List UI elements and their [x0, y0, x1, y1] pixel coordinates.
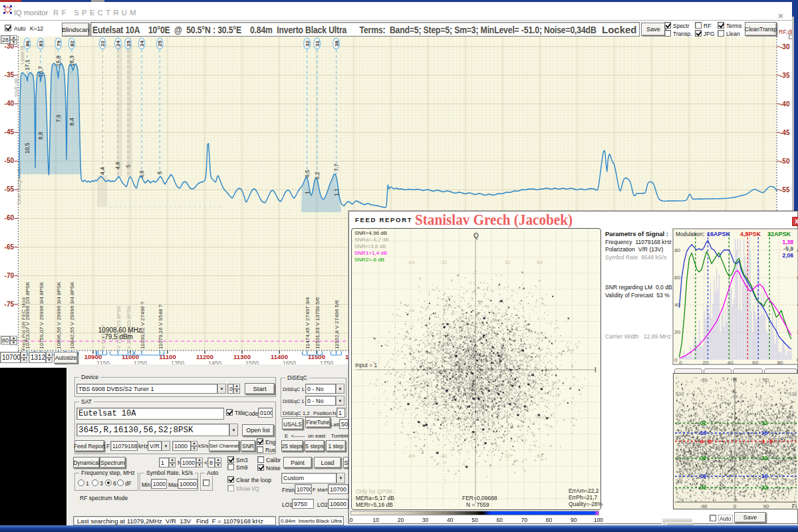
showiq-checkbox[interactable]: [227, 485, 234, 491]
feedreport-button[interactable]: Feed Report: [74, 440, 104, 452]
eng-checkbox[interactable]: [257, 438, 263, 445]
spectrum-button[interactable]: Spectrum: [100, 457, 126, 468]
polarization-combo-value[interactable]: V/R: [148, 441, 162, 451]
freqstep-radio-3[interactable]: [92, 479, 98, 486]
spin-up-icon[interactable]: ▲: [46, 352, 53, 358]
spin-down-icon[interactable]: ▼: [46, 358, 53, 364]
n1-field[interactable]: 1: [159, 458, 169, 467]
taskbar[interactable]: [0, 525, 798, 532]
n1-spinner[interactable]: ▲▼: [169, 458, 176, 467]
fstart-field[interactable]: 10700: [328, 484, 348, 494]
lo2-field[interactable]: 10600: [328, 499, 348, 509]
noise-save-button[interactable]: Save: [734, 512, 766, 523]
bottom-scale-spinner[interactable]: ▲▼: [10, 336, 17, 344]
marker-quality[interactable]: 32: [305, 41, 311, 47]
device-combo-value[interactable]: TBS 6908 DVBS/S2 Tuner 1: [76, 384, 217, 394]
diseqc11-combo-value[interactable]: 0 - No: [305, 396, 336, 406]
freqstep-radio-dF[interactable]: [117, 479, 124, 486]
device-index-spinner[interactable]: ▲▼: [233, 384, 240, 394]
position-field[interactable]: 1: [336, 408, 345, 418]
n2-spinner[interactable]: ▲▼: [196, 458, 203, 467]
noise-checkbox[interactable]: [257, 464, 264, 471]
title-checkbox[interactable]: [226, 409, 233, 416]
feed-report-window[interactable]: FEED REPORT Stanislav Grech (Jacobek) x …: [348, 211, 798, 524]
frequency-field[interactable]: 11079168: [110, 441, 138, 451]
paint-button[interactable]: Paint: [283, 457, 312, 468]
spin-down-icon[interactable]: ▼: [10, 40, 17, 45]
spin-up-icon[interactable]: ▲: [10, 35, 17, 40]
top-scale-spinner[interactable]: ▲▼: [10, 35, 17, 44]
freq-start-spinner[interactable]: ▲▼: [21, 352, 27, 363]
diseqc10-combo-value[interactable]: 0 - No: [305, 384, 336, 394]
span-spinner[interactable]: ▲▼: [46, 352, 53, 363]
fmin-field[interactable]: 10700: [295, 484, 312, 494]
status-right[interactable]: 0.84m Inverto Black Ultra: [279, 516, 344, 525]
steps25-button[interactable]: 25 steps: [281, 440, 303, 452]
usals-button[interactable]: USALS: [282, 418, 303, 430]
n3-spinner[interactable]: ▲▼: [215, 458, 221, 467]
feed-close-icon[interactable]: x: [792, 217, 798, 226]
spin-down-icon[interactable]: ▼: [21, 358, 27, 364]
marker-quality[interactable]: 82: [69, 41, 75, 47]
spin-up-icon[interactable]: ▲: [169, 458, 176, 463]
steps1-button[interactable]: 1 step: [326, 440, 346, 452]
top-scale-value[interactable]: 28: [1, 35, 10, 44]
spin-down-icon[interactable]: ▼: [233, 389, 240, 394]
spin-down-icon[interactable]: ▼: [196, 463, 203, 468]
marker-quality[interactable]: 31: [315, 41, 321, 47]
freqstep-radio-6[interactable]: [105, 479, 112, 486]
spin-up-icon[interactable]: ▲: [10, 336, 17, 340]
marker-quality[interactable]: 86: [25, 41, 31, 47]
bottom-scale-value[interactable]: 80: [1, 336, 10, 344]
n3-field[interactable]: 8: [207, 458, 215, 467]
spin-up-icon[interactable]: ▲: [196, 458, 203, 463]
steps5-button[interactable]: 5 steps: [305, 440, 325, 452]
marker-quality[interactable]: 38: [334, 41, 340, 47]
noise-auto-checkbox[interactable]: [710, 515, 716, 521]
marker-quality[interactable]: 25: [157, 41, 163, 47]
diseqc10-combo-dropdown[interactable]: ▼: [336, 384, 344, 394]
freqstep-radio-1[interactable]: [78, 479, 84, 486]
code-field[interactable]: 0100: [258, 408, 273, 418]
lo1-field[interactable]: 9750: [292, 499, 314, 509]
transponder-combo-value[interactable]: 3645,R,16130,56,S2;8PSK: [76, 424, 229, 436]
min-field[interactable]: 1000: [151, 479, 167, 489]
spin-up-icon[interactable]: ▲: [21, 352, 27, 358]
spin-down-icon[interactable]: ▼: [191, 446, 198, 452]
status-left[interactable]: Last searching at 11079,2MHz V/R 13V Fin…: [73, 516, 276, 525]
autosize-button[interactable]: Autosize: [54, 352, 78, 364]
spin-down-icon[interactable]: ▼: [169, 463, 176, 468]
start-button[interactable]: Start: [245, 383, 275, 394]
freq-start-value[interactable]: 10700: [0, 352, 21, 363]
setchannel-button[interactable]: Set Channel: [209, 440, 239, 452]
spin-up-icon[interactable]: ▲: [191, 441, 198, 446]
cleartheloop-checkbox[interactable]: [227, 476, 234, 483]
n2-field[interactable]: 1000: [180, 458, 196, 467]
calibr-checkbox[interactable]: [257, 456, 264, 463]
diseqc11-combo-dropdown[interactable]: ▼: [336, 396, 344, 406]
load-button[interactable]: Load: [314, 457, 341, 468]
custom-combo-dropdown[interactable]: ▼: [336, 473, 345, 483]
device-combo-dropdown[interactable]: ▼: [217, 384, 226, 394]
dynamical-button[interactable]: Dynamical: [73, 457, 100, 468]
spin-up-icon[interactable]: ▲: [215, 458, 221, 463]
spin-down-icon[interactable]: ▼: [10, 340, 17, 345]
sat-name-field[interactable]: Eutelsat 10A: [76, 408, 224, 420]
transponder-combo-dropdown[interactable]: ▼: [229, 424, 238, 436]
symbolrate-field[interactable]: 1000: [172, 441, 191, 451]
finetune-button[interactable]: FineTune: [305, 417, 331, 428]
sm3-checkbox[interactable]: [227, 456, 234, 463]
marker-quality[interactable]: 24: [139, 41, 145, 47]
marker-quality[interactable]: 83: [38, 41, 44, 47]
marker-quality[interactable]: 22: [100, 41, 106, 47]
snr-button[interactable]: SNR: [241, 440, 255, 452]
sr-auto-checkbox[interactable]: [203, 479, 209, 486]
latt-field[interactable]: 50: [339, 419, 348, 429]
symbolrate-spinner[interactable]: ▲▼: [191, 441, 198, 451]
openlist-button[interactable]: Open list: [242, 424, 274, 436]
sm9-checkbox[interactable]: [227, 464, 234, 470]
span-value[interactable]: 1312: [29, 352, 46, 363]
spin-up-icon[interactable]: ▲: [233, 384, 240, 389]
polarization-combo-dropdown[interactable]: ▼: [162, 441, 170, 451]
rus-checkbox[interactable]: [257, 446, 263, 453]
